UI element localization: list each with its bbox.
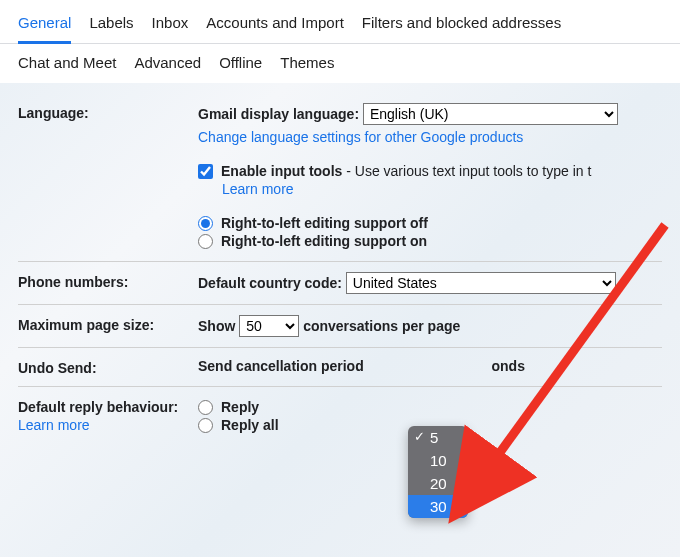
tab-themes[interactable]: Themes bbox=[280, 54, 334, 71]
label-language: Language: bbox=[18, 103, 198, 121]
label-default-reply: Default reply behaviour: bbox=[18, 399, 198, 415]
label-undo-send: Undo Send: bbox=[18, 358, 198, 376]
default-country-code-label: Default country code: bbox=[198, 275, 342, 291]
page-size-select[interactable]: 50 bbox=[239, 315, 299, 337]
tab-advanced[interactable]: Advanced bbox=[134, 54, 201, 71]
row-default-reply: Default reply behaviour: Learn more Repl… bbox=[18, 386, 662, 445]
row-page-size: Maximum page size: Show 50 conversations… bbox=[18, 304, 662, 347]
change-language-link[interactable]: Change language settings for other Googl… bbox=[198, 129, 662, 145]
undo-option-5[interactable]: 5 bbox=[408, 426, 468, 449]
rtl-support-off-label: Right-to-left editing support off bbox=[221, 215, 428, 231]
tab-filters-blocked[interactable]: Filters and blocked addresses bbox=[362, 8, 561, 43]
default-country-code-select[interactable]: United States bbox=[346, 272, 616, 294]
enable-input-tools-desc: - Use various text input tools to type i… bbox=[342, 163, 591, 179]
display-language-select[interactable]: English (UK) bbox=[363, 103, 618, 125]
display-language-label: Gmail display language: bbox=[198, 106, 359, 122]
rtl-support-on-radio[interactable] bbox=[198, 234, 213, 249]
label-phone: Phone numbers: bbox=[18, 272, 198, 290]
undo-option-20[interactable]: 20 bbox=[408, 472, 468, 495]
tab-labels[interactable]: Labels bbox=[89, 8, 133, 43]
rtl-support-off-radio[interactable] bbox=[198, 216, 213, 231]
tab-accounts-import[interactable]: Accounts and Import bbox=[206, 8, 344, 43]
reply-all-radio[interactable] bbox=[198, 418, 213, 433]
settings-content: Language: Gmail display language: Englis… bbox=[0, 83, 680, 445]
settings-tabs-row1: General Labels Inbox Accounts and Import… bbox=[0, 0, 680, 44]
tab-general[interactable]: General bbox=[18, 8, 71, 44]
page-size-show: Show bbox=[198, 318, 235, 334]
undo-send-dropdown-open[interactable]: 5 10 20 30 bbox=[408, 426, 468, 518]
row-undo-send: Undo Send: Send cancellation period onds bbox=[18, 347, 662, 386]
undo-send-prefix: Send cancellation period bbox=[198, 358, 364, 374]
undo-option-10[interactable]: 10 bbox=[408, 449, 468, 472]
reply-label: Reply bbox=[221, 399, 259, 415]
reply-all-label: Reply all bbox=[221, 417, 279, 433]
row-language: Language: Gmail display language: Englis… bbox=[18, 93, 662, 261]
label-page-size: Maximum page size: bbox=[18, 315, 198, 333]
enable-input-tools-checkbox[interactable] bbox=[198, 164, 213, 179]
rtl-support-on-label: Right-to-left editing support on bbox=[221, 233, 427, 249]
row-phone-numbers: Phone numbers: Default country code: Uni… bbox=[18, 261, 662, 304]
reply-radio[interactable] bbox=[198, 400, 213, 415]
undo-send-suffix: onds bbox=[491, 358, 524, 374]
settings-tabs-row2: Chat and Meet Advanced Offline Themes bbox=[0, 44, 680, 83]
enable-input-tools-label: Enable input tools bbox=[221, 163, 342, 179]
tab-chat-meet[interactable]: Chat and Meet bbox=[18, 54, 116, 71]
page-size-suffix: conversations per page bbox=[303, 318, 460, 334]
tab-offline[interactable]: Offline bbox=[219, 54, 262, 71]
input-tools-learn-more[interactable]: Learn more bbox=[222, 181, 662, 197]
tab-inbox[interactable]: Inbox bbox=[152, 8, 189, 43]
undo-option-30[interactable]: 30 bbox=[408, 495, 468, 518]
default-reply-learn-more[interactable]: Learn more bbox=[18, 417, 198, 433]
